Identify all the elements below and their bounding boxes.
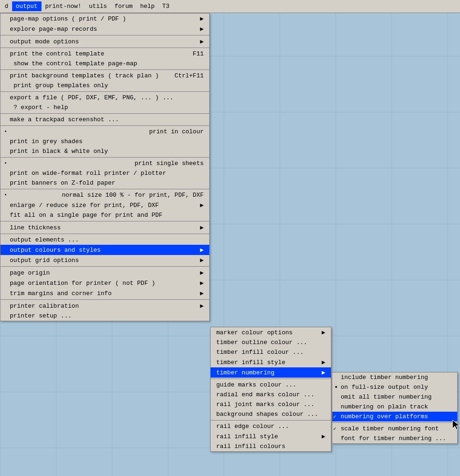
menubar-item-d[interactable]: d xyxy=(1,1,12,11)
shortcut-label: Ctrl+F11 xyxy=(175,72,204,79)
submenu1-timber-numbering[interactable]: timber numbering ▶ xyxy=(211,367,331,378)
main-menu: page-map options ( print / PDF ) ▶ explo… xyxy=(0,13,210,321)
submenu1-timber-outline[interactable]: timber outline colour ... xyxy=(211,338,331,347)
menu-item-label: print in grey shades xyxy=(10,138,82,145)
menu-item-label: timber infill colour ... xyxy=(216,349,303,356)
menu-item-print-grey[interactable]: print in grey shades xyxy=(0,137,209,146)
separator xyxy=(0,189,209,189)
menu-item-label: print group templates only xyxy=(14,82,108,89)
menu-item-label: print in black & white only xyxy=(10,148,108,155)
bullet-icon: • xyxy=(4,161,7,166)
separator xyxy=(0,125,209,126)
menu-item-print-colour[interactable]: • print in colour xyxy=(0,127,209,137)
menu-item-label: normal size 100 % - for print, PDF, DXF xyxy=(62,192,204,199)
menu-item-label: background shapes colour ... xyxy=(216,411,318,418)
separator xyxy=(211,420,331,421)
menubar-item-utils[interactable]: utils xyxy=(85,1,111,11)
menu-item-label: trim margins and corner info xyxy=(10,290,111,297)
menu-item-label: line thickness xyxy=(10,224,61,231)
menu-item-label: scale timber numbering font xyxy=(341,425,439,432)
submenu1-timber-infill[interactable]: timber infill colour ... xyxy=(211,347,331,357)
menu-item-fit-all[interactable]: fit all on a single page for print and P… xyxy=(0,210,209,220)
menu-item-label: output elements ... xyxy=(10,236,79,243)
menu-item-pagemap-options[interactable]: page-map options ( print / PDF ) ▶ xyxy=(0,14,209,24)
menu-item-output-grid[interactable]: output grid options ▶ xyxy=(0,255,209,265)
menu-item-export-help[interactable]: ? export - help xyxy=(0,103,209,112)
arrow-icon: ▶ xyxy=(200,201,204,209)
submenu1-timber-infill-style[interactable]: timber infill style ▶ xyxy=(211,357,331,367)
menu-item-label: output grid options xyxy=(10,257,79,264)
menu-item-label: print in colour xyxy=(149,128,204,135)
menu-item-label: export a file ( PDF, DXF, EMF, PNG, ... … xyxy=(10,94,173,101)
menu-item-label: timber numbering xyxy=(216,369,275,376)
menu-item-print-group[interactable]: print group templates only xyxy=(0,81,209,90)
submenu1-marker-colour[interactable]: marker colour options ▶ xyxy=(211,327,331,338)
menu-item-label: print the control template xyxy=(10,50,104,57)
arrow-icon: ▶ xyxy=(200,256,204,264)
menu-item-print-bw[interactable]: print in black & white only xyxy=(0,146,209,156)
submenu2-scale-font[interactable]: scale timber numbering font xyxy=(332,424,457,434)
menu-item-show-control[interactable]: show the control template page-map xyxy=(0,59,209,69)
menu-item-print-wide[interactable]: print on wide-format roll printer / plot… xyxy=(0,168,209,178)
arrow-icon: ▶ xyxy=(322,433,325,440)
menu-item-printer-calibration[interactable]: printer calibration ▶ xyxy=(0,301,209,311)
menu-item-trim-margins[interactable]: trim margins and corner info ▶ xyxy=(0,288,209,298)
menu-item-label: ? export - help xyxy=(14,104,68,111)
bullet-icon: • xyxy=(4,129,7,134)
bullet-icon: • xyxy=(4,193,7,198)
submenu1-rail-infill-style[interactable]: rail infill style ▶ xyxy=(211,431,331,442)
menu-item-normal-size[interactable]: • normal size 100 % - for print, PDF, DX… xyxy=(0,190,209,200)
separator xyxy=(0,234,209,234)
menu-item-page-origin[interactable]: page origin ▶ xyxy=(0,268,209,278)
menubar-item-forum[interactable]: forum xyxy=(111,1,137,11)
menu-item-label: guide marks colour ... xyxy=(216,381,296,388)
submenu2-numbering-platforms[interactable]: numbering over platforms xyxy=(332,412,457,421)
menu-item-label: print single sheets xyxy=(135,160,204,167)
submenu2-font-for-numbering[interactable]: font for timber numbering ... xyxy=(332,434,457,443)
menubar-item-t3[interactable]: T3 xyxy=(158,1,173,11)
menu-item-label: rail joint marks colour ... xyxy=(216,401,315,408)
arrow-icon: ▶ xyxy=(322,329,325,336)
menu-item-screenshot[interactable]: make a trackpad screenshot ... xyxy=(0,115,209,124)
arrow-icon: ▶ xyxy=(200,269,204,276)
menu-item-page-orientation[interactable]: page orientation for printer ( not PDF )… xyxy=(0,278,209,288)
menu-item-output-mode[interactable]: output mode options ▶ xyxy=(0,36,209,47)
submenu1-rail-joint[interactable]: rail joint marks colour ... xyxy=(211,400,331,409)
menu-item-label: timber outline colour ... xyxy=(216,339,307,346)
menu-item-label: timber infill style xyxy=(216,359,285,366)
menu-item-print-control[interactable]: print the control template F11 xyxy=(0,49,209,59)
submenu1-rail-infill-colours[interactable]: rail infill colours xyxy=(211,442,331,451)
arrow-icon: ▶ xyxy=(322,359,325,366)
menu-item-output-colours[interactable]: output colours and styles ▶ xyxy=(0,245,209,255)
menubar-item-help[interactable]: help xyxy=(137,1,158,11)
menubar-item-output[interactable]: output xyxy=(12,1,41,11)
menu-item-printer-setup[interactable]: printer setup ... xyxy=(0,311,209,321)
menu-item-line-thickness[interactable]: line thickness ▶ xyxy=(0,222,209,233)
submenu2-omit-all[interactable]: omit all timber numbering xyxy=(332,392,457,402)
submenu1-guide-marks[interactable]: guide marks colour ... xyxy=(211,380,331,390)
menu-item-label: radial end marks colour ... xyxy=(216,391,315,398)
separator xyxy=(0,266,209,267)
submenu2-include-numbering[interactable]: include timber numbering xyxy=(332,373,457,382)
shortcut-label: F11 xyxy=(193,50,204,57)
submenu2-full-size-only[interactable]: on full-size output only xyxy=(332,382,457,392)
submenu2-numbering-plain[interactable]: numbering on plain track xyxy=(332,402,457,412)
menu-item-label: make a trackpad screenshot ... xyxy=(10,116,119,123)
menu-item-explore-pagemap[interactable]: explore page-map records ▶ xyxy=(0,24,209,34)
menubar-item-printnow[interactable]: print-now! xyxy=(41,1,85,11)
submenu1-rail-edge[interactable]: rail edge colour ... xyxy=(211,421,331,431)
menu-item-print-bg[interactable]: print background templates ( track plan … xyxy=(0,71,209,81)
menu-item-print-single[interactable]: • print single sheets xyxy=(0,159,209,168)
arrow-icon: ▶ xyxy=(200,224,204,231)
separator xyxy=(0,35,209,35)
menu-item-export[interactable]: export a file ( PDF, DXF, EMF, PNG, ... … xyxy=(0,93,209,103)
menubar: d output print-now! utils forum help T3 xyxy=(0,0,460,13)
menu-item-output-elements[interactable]: output elements ... xyxy=(0,235,209,245)
cursor-icon xyxy=(452,419,460,430)
submenu1-radial-end[interactable]: radial end marks colour ... xyxy=(211,390,331,400)
menu-item-print-banner[interactable]: print banners on Z-fold paper xyxy=(0,178,209,188)
menu-item-label: printer calibration xyxy=(10,303,79,310)
menu-item-label: print background templates ( track plan … xyxy=(10,72,159,79)
submenu1-bg-shapes[interactable]: background shapes colour ... xyxy=(211,409,331,419)
menu-item-enlarge[interactable]: enlarge / reduce size for print, PDF, DX… xyxy=(0,200,209,210)
